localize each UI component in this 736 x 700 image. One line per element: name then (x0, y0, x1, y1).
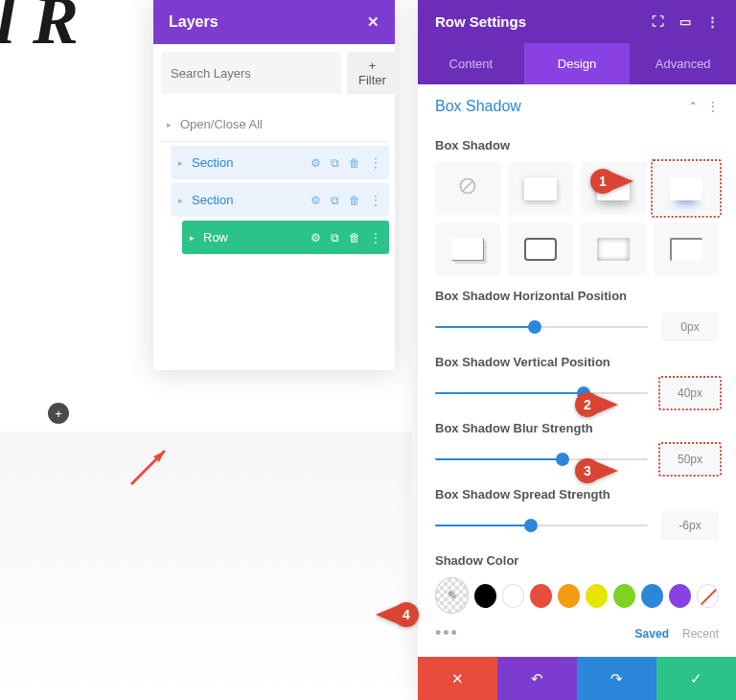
layer-section[interactable]: ▸ Section ⚙ ⧉ 🗑 ⋮ (171, 146, 389, 179)
slider-horizontal[interactable]: 0px (435, 313, 719, 341)
chevron-right-icon: ▸ (178, 196, 188, 205)
swatch-yellow[interactable] (586, 584, 608, 608)
undo-button[interactable]: ↶ (497, 657, 577, 700)
settings-body: Box Shadow ⌃ ⋮ Box Shadow Box Shadow Hor… (418, 84, 736, 657)
slider-spread[interactable]: -6px (435, 511, 719, 540)
slider-label: Box Shadow Vertical Position (435, 355, 719, 369)
layers-header: Layers ✕ (153, 0, 395, 44)
svg-line-3 (463, 181, 472, 191)
callout-4: 4 (376, 602, 419, 627)
section-title[interactable]: Box Shadow ⌃ ⋮ (435, 98, 719, 125)
layer-actions: ⚙ ⧉ 🗑 ⋮ (310, 231, 381, 245)
duplicate-icon[interactable]: ⧉ (331, 194, 339, 207)
drag-icon[interactable]: ▭ (679, 14, 691, 29)
settings-tabs: Content Design Advanced (418, 43, 736, 84)
preset-shadow-6[interactable] (581, 222, 646, 275)
more-icon[interactable]: ⋮ (370, 231, 381, 245)
layer-section[interactable]: ▸ Section ⚙ ⧉ 🗑 ⋮ (171, 183, 389, 217)
trash-icon[interactable]: 🗑 (349, 194, 360, 207)
gear-icon[interactable]: ⚙ (310, 194, 321, 207)
swatch-purple[interactable] (669, 584, 691, 608)
layers-body: ▸ Open/Close All ▸ Section ⚙ ⧉ 🗑 ⋮ ▸ Sec… (153, 102, 395, 370)
shadow-color-label: Shadow Color (435, 553, 719, 568)
layer-label: Open/Close All (180, 117, 381, 131)
swatch-none[interactable] (697, 584, 719, 608)
trash-icon[interactable]: 🗑 (349, 231, 360, 245)
chevron-right-icon: ▸ (190, 233, 199, 243)
more-icon[interactable]: ⋮ (707, 100, 719, 113)
expand-icon[interactable]: ⛶ (652, 14, 664, 29)
callout-2: 2 (575, 392, 618, 417)
slider-value[interactable]: 50px (661, 445, 719, 474)
chevron-right-icon: ▸ (178, 158, 188, 168)
swatch-white[interactable] (502, 584, 524, 608)
swatch-black[interactable] (474, 584, 496, 608)
slider-label: Box Shadow Spread Strength (435, 487, 719, 502)
more-icon[interactable]: ⋮ (370, 194, 381, 207)
preset-shadow-3[interactable] (654, 162, 719, 215)
slider-value[interactable]: 0px (661, 313, 719, 341)
settings-header: Row Settings ⛶ ▭ ⋮ (418, 0, 736, 43)
shadow-presets (435, 162, 719, 275)
callout-badge: 3 (575, 458, 600, 483)
recent-tab[interactable]: Recent (682, 627, 719, 641)
eyedropper-icon: ✎ (448, 589, 457, 602)
tab-advanced[interactable]: Advanced (630, 43, 736, 84)
preset-shadow-1[interactable] (508, 162, 573, 215)
add-section-button[interactable]: + (48, 403, 69, 424)
filter-button[interactable]: + Filter (347, 52, 398, 94)
duplicate-icon[interactable]: ⧉ (331, 231, 339, 245)
ban-icon (458, 176, 477, 201)
slider-label: Box Shadow Blur Strength (435, 421, 719, 435)
search-input[interactable] (161, 52, 341, 94)
layers-search-row: + Filter (153, 44, 395, 102)
row-settings-panel: Row Settings ⛶ ▭ ⋮ Content Design Advanc… (418, 0, 736, 700)
layers-title: Layers (169, 13, 218, 31)
preset-none[interactable] (435, 162, 500, 215)
slider-value[interactable]: -6px (661, 511, 719, 540)
gear-icon[interactable]: ⚙ (310, 156, 321, 170)
gear-icon[interactable]: ⚙ (310, 231, 321, 245)
preset-shadow-5[interactable] (508, 222, 573, 275)
callout-3: 3 (575, 458, 618, 483)
swatch-footer: ••• Saved Recent (435, 623, 719, 643)
header-icons: ⛶ ▭ ⋮ (652, 14, 719, 29)
section-title-text: Box Shadow (435, 98, 521, 115)
callout-badge: 4 (394, 602, 419, 627)
color-swatches: ✎ (435, 577, 719, 614)
chevron-right-icon: ▸ (167, 120, 176, 129)
preset-shadow-7[interactable] (654, 222, 719, 275)
more-icon[interactable]: ⋮ (370, 156, 381, 170)
layers-panel: Layers ✕ + Filter ▸ Open/Close All ▸ Sec… (153, 0, 395, 370)
swatch-orange[interactable] (558, 584, 580, 608)
more-colors-icon[interactable]: ••• (435, 623, 459, 643)
redo-button[interactable]: ↷ (577, 657, 656, 700)
close-icon[interactable]: ✕ (367, 13, 380, 31)
callout-1: 1 (590, 169, 633, 194)
duplicate-icon[interactable]: ⧉ (331, 156, 339, 170)
swatch-red[interactable] (530, 584, 552, 608)
callout-badge: 1 (590, 169, 615, 194)
layer-label: Section (192, 193, 310, 207)
slider-value[interactable]: 40px (661, 379, 719, 408)
layer-row-active[interactable]: ▸ Row ⚙ ⧉ 🗑 ⋮ (182, 221, 389, 254)
chevron-up-icon[interactable]: ⌃ (688, 100, 698, 113)
save-button[interactable]: ✓ (656, 657, 736, 700)
more-icon[interactable]: ⋮ (706, 14, 719, 29)
layer-actions: ⚙ ⧉ 🗑 ⋮ (310, 156, 381, 170)
layer-label: Section (192, 155, 310, 170)
trash-icon[interactable]: 🗑 (349, 156, 360, 170)
swatch-blue[interactable] (641, 584, 663, 608)
swatch-green[interactable] (613, 584, 635, 608)
layer-openclose[interactable]: ▸ Open/Close All (159, 107, 389, 142)
cancel-button[interactable]: ✕ (418, 657, 497, 700)
footer-actions: ✕ ↶ ↷ ✓ (418, 657, 736, 700)
saved-tab[interactable]: Saved (635, 627, 669, 641)
layer-label: Row (203, 230, 310, 245)
tab-content[interactable]: Content (418, 43, 524, 84)
tab-design[interactable]: Design (524, 43, 631, 84)
swatch-transparent[interactable]: ✎ (435, 577, 469, 614)
annotation-arrow (126, 441, 174, 489)
preset-shadow-4[interactable] (435, 222, 500, 275)
background-text: al R (0, 0, 79, 60)
